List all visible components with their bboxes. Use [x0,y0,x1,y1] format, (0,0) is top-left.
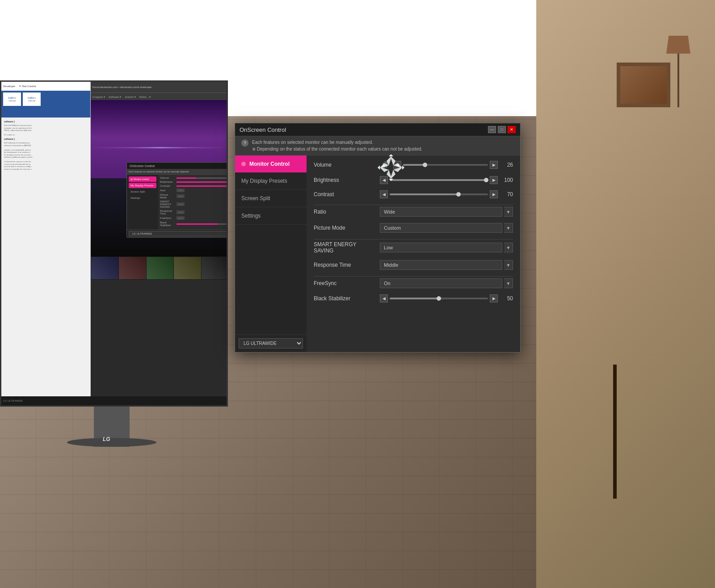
small-ratio-label: Auto [160,189,176,192]
contrast-row: Contrast ◀ ▶ 70 [314,190,513,198]
monitor-status-bar: LG ULTRAWIDE [1,396,227,405]
volume-left-arrow[interactable]: ◀ [393,161,401,169]
small-ratio-val: —— [177,189,185,192]
small-volume-fill [177,177,196,179]
small-contrast-fill [177,185,228,187]
black-stabilizer-fill [390,298,439,299]
volume-track[interactable] [403,164,488,166]
picture-mode-label: Picture Mode [314,225,376,231]
brightness-slider-container: ◀ ▶ 100 [380,176,513,184]
small-monitor-select[interactable]: LG ULTRAWIDE [129,231,228,236]
word-ribbon-bar: Developer Ti Test Control [1,82,90,91]
contrast-left-arrow[interactable]: ◀ [380,190,388,198]
word-style-btn-2: AaBbCc1 Normal [23,92,41,106]
ratio-label: Ratio [314,209,376,215]
photo-thumb-3 [147,257,174,279]
osc-nav-presets[interactable]: My Display Presets [235,172,307,190]
contrast-fill [390,193,458,195]
small-black-track [177,223,228,225]
picture-mode-dropdown[interactable]: Custom Standard Cinema Game [380,223,502,233]
black-stabilizer-right-arrow[interactable]: ▶ [490,294,498,302]
brightness-track[interactable] [390,179,488,181]
monitor-screen: Developer Ti Test Control AaBbCc1 Normal… [0,80,228,407]
black-stabilizer-value: 50 [500,295,513,302]
freesync-label: FreeSync [314,280,376,286]
small-osc-nav-settings: Settings [129,195,156,201]
small-osc-dot [130,178,133,181]
volume-label: Volume [314,162,376,168]
photo-thumb-1 [91,257,118,279]
small-freesync-row: FreeSync —— [160,216,228,220]
small-brightness-label: Brightness [160,181,176,183]
lg-logo: LG [103,436,110,442]
osc-minimize-btn[interactable]: — [488,126,496,133]
osc-close-btn[interactable]: ✕ [508,126,516,133]
brightness-value: 100 [500,177,513,183]
osc-titlebar: OnScreen Control — □ ✕ [235,123,520,136]
monitor-base [67,438,156,447]
black-stabilizer-track[interactable] [390,298,488,299]
small-response-row: Response Time —— [160,210,228,215]
word-content: software } ELD LICENSE] the Licensee and… [1,118,90,175]
small-osc-bottom: LG ULTRAWIDE [127,230,228,237]
info-icon: ? [241,139,248,147]
ratio-dropdown-arrow: ▼ [504,207,513,217]
small-response-label: Response Time [160,210,176,215]
word-style-btn-1: AaBbCc1 Normal [3,92,21,106]
energy-saving-arrow: ▼ [504,243,513,252]
freesync-dropdown-container: On Off ▼ [380,278,513,288]
response-time-dropdown[interactable]: Middle Fast Faster [380,260,502,270]
brightness-row: Brightness ◀ ▶ 100 [314,176,513,184]
black-stabilizer-label: Black Stabilizer [314,295,376,302]
osc-maximize-btn[interactable]: □ [498,126,506,133]
small-volume-row: Volume 26 [160,176,228,179]
small-freesync-val: —— [177,216,185,220]
contrast-thumb[interactable] [456,192,461,197]
photo-thumb-5 [202,257,228,279]
energy-saving-dropdown[interactable]: Low Medium High Off [380,243,502,252]
contrast-right-arrow[interactable]: ▶ [490,190,498,198]
osc-nav-settings[interactable]: Settings [235,207,307,225]
osc-monitor-dropdown[interactable]: LG ULTRAWIDE [239,338,303,349]
small-black-fill [177,223,218,225]
contrast-track[interactable] [390,193,488,195]
photo-editor-area: Kunst.deviantart.com • deviantart.com/La… [91,82,228,407]
brightness-thumb[interactable] [484,178,488,182]
ratio-dropdown[interactable]: Wide Original Full Wide [380,207,502,217]
brightness-right-arrow[interactable]: ▶ [490,176,498,184]
ratio-row: Ratio Wide Original Full Wide ▼ [314,207,513,217]
word-tab-ti: Ti Test Control [19,85,36,88]
small-osc-sidebar: Monitor Control My Display Presets Scree… [127,175,158,230]
small-black-label: Black Stabilizer [160,221,176,227]
volume-thumb[interactable] [423,163,427,167]
volume-slider-container: ◀ ▶ 26 [393,161,513,169]
osc-window-title: OnScreen Control [240,126,286,133]
small-osc-info: Each features on selected monitor can be… [127,169,228,175]
osc-info-line1: Each features on selected monitor can be… [252,139,422,146]
volume-row: Volume 🔊 ◀ ▶ 26 [314,160,513,170]
ratio-dropdown-container: Wide Original Full Wide ▼ [380,207,513,217]
brightness-label: Brightness [314,177,376,183]
small-osc-window: OnScreen Control — □ ✕ Each features on … [126,162,228,238]
small-osc-controls: Volume 26 Brightness [158,175,228,230]
small-osc-nav-presets: My Display Presets [129,183,156,188]
small-ratio-row: Auto —— [160,189,228,192]
osc-nav-split[interactable]: Screen Split [235,190,307,207]
brightness-left-arrow[interactable]: ◀ [380,176,388,184]
osc-sidebar-bottom: LG ULTRAWIDE [235,334,307,352]
small-contrast-row: Contrast [160,185,228,187]
small-volume-label: Volume [160,176,176,179]
black-stabilizer-thumb[interactable] [437,296,441,301]
volume-value: 26 [500,162,513,168]
picture-frame [617,63,670,107]
volume-right-arrow[interactable]: ▶ [490,161,498,169]
osc-info-text: Each features on selected monitor can be… [252,139,422,152]
osc-window-controls: — □ ✕ [488,126,516,133]
black-stabilizer-left-arrow[interactable]: ◀ [380,294,388,302]
monitor-left: Developer Ti Test Control AaBbCc1 Normal… [0,80,237,447]
word-tab-developer: Developer [3,85,15,88]
freesync-dropdown[interactable]: On Off [380,278,502,288]
picture-mode-arrow: ▼ [504,223,513,233]
osc-monitor-control-tab[interactable]: Monitor Control [235,155,307,172]
small-picture-val: —— [177,194,185,198]
